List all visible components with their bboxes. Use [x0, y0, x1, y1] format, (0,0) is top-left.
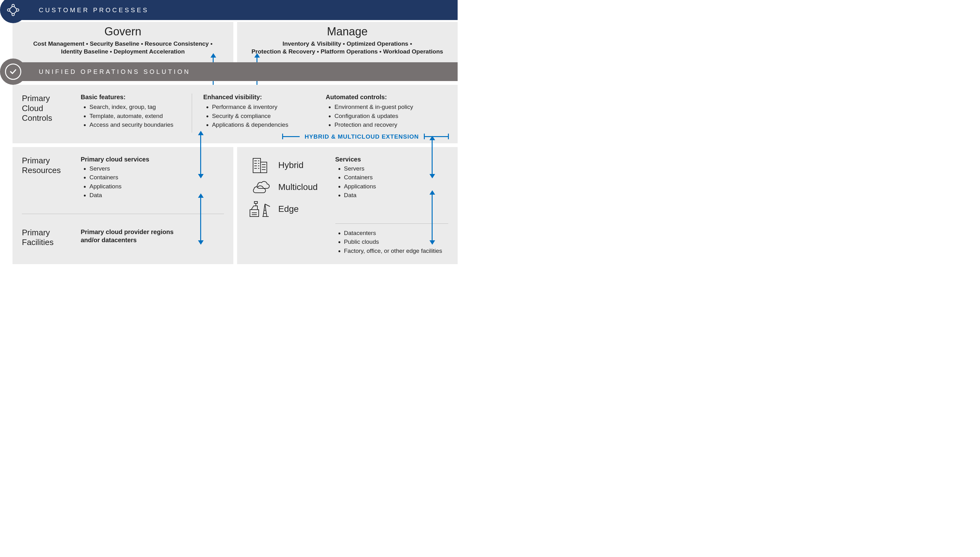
primary-resources-title: Primary Resources	[22, 156, 75, 208]
list-item: Applications	[344, 182, 449, 191]
list-item: Containers	[89, 173, 224, 182]
bracket-icon	[424, 136, 449, 137]
hybrid-multicloud-edge: Hybrid Services Servers Containers Appli…	[237, 147, 458, 264]
list-item: Servers	[89, 164, 224, 173]
basic-features-col: Basic features: Search, index, group, ta…	[81, 94, 203, 130]
arrow-icon	[432, 140, 432, 174]
edge-label: Edge	[278, 200, 332, 218]
svg-point-3	[8, 9, 10, 11]
list-item: Access and security boundaries	[89, 121, 197, 130]
unified-operations-bar: UNIFIED OPERATIONS SOLUTION	[13, 62, 458, 81]
diagram-root: CUSTOMER PROCESSES Govern Cost Managemen…	[0, 0, 458, 264]
govern-title: Govern	[19, 25, 227, 38]
list-item: Configuration & updates	[335, 112, 442, 121]
list-item: Environment & in-guest policy	[335, 103, 442, 112]
divider	[335, 223, 449, 224]
list-item: Data	[89, 191, 224, 200]
list-item: Performance & inventory	[212, 103, 320, 112]
govern-card: Govern Cost Management • Security Baseli…	[13, 22, 233, 63]
manage-subtitle: Inventory & Visibility • Optimized Opera…	[243, 40, 452, 55]
primary-cloud-services: Primary cloud services Servers Container…	[81, 156, 224, 208]
list-item: Applications & dependencies	[212, 121, 320, 130]
list-item: Applications	[89, 182, 224, 191]
clouds-icon	[247, 178, 275, 197]
hybrid-multicloud-extension-label: HYBRID & MULTICLOUD EXTENSION	[282, 133, 449, 140]
manage-card: Manage Inventory & Visibility • Optimize…	[237, 22, 458, 63]
enhanced-visibility-col: Enhanced visibility: Performance & inven…	[203, 94, 326, 130]
govern-manage-row: Govern Cost Management • Security Baseli…	[13, 22, 458, 63]
customer-processes-bar: CUSTOMER PROCESSES	[13, 0, 458, 20]
bottom-row: Primary Resources Primary cloud services…	[13, 147, 458, 264]
customer-processes-title: CUSTOMER PROCESSES	[39, 7, 149, 14]
govern-subtitle: Cost Management • Security Baseline • Re…	[19, 40, 227, 55]
svg-point-2	[12, 13, 15, 16]
primary-facilities-title: Primary Facilities	[22, 228, 75, 255]
nodes-icon	[0, 0, 26, 23]
svg-line-23	[265, 204, 270, 207]
multicloud-label: Multicloud	[278, 178, 332, 197]
buildings-icon	[247, 156, 275, 174]
edge-icon	[247, 200, 275, 218]
arrow-icon	[200, 135, 201, 174]
arrow-icon	[432, 194, 432, 241]
primary-cloud-controls: Primary Cloud Controls Basic features: S…	[13, 85, 458, 143]
arrow-icon	[200, 197, 201, 241]
bracket-icon	[282, 136, 300, 137]
list-item: Protection and recovery	[335, 121, 442, 130]
svg-point-0	[12, 4, 15, 7]
list-item: Security & compliance	[212, 112, 320, 121]
manage-title: Manage	[243, 25, 452, 38]
svg-point-1	[16, 9, 19, 11]
list-item: Factory, office, or other edge facilitie…	[344, 247, 449, 256]
hybrid-label: Hybrid	[278, 156, 332, 174]
automated-controls-col: Automated controls: Environment & in-gue…	[326, 94, 448, 130]
svg-rect-20	[254, 202, 257, 204]
list-item: Template, automate, extend	[89, 112, 197, 121]
unified-operations-title: UNIFIED OPERATIONS SOLUTION	[39, 68, 190, 75]
pcc-title: Primary Cloud Controls	[22, 94, 75, 130]
check-icon	[0, 59, 26, 85]
list-item: Search, index, group, tag	[89, 103, 197, 112]
